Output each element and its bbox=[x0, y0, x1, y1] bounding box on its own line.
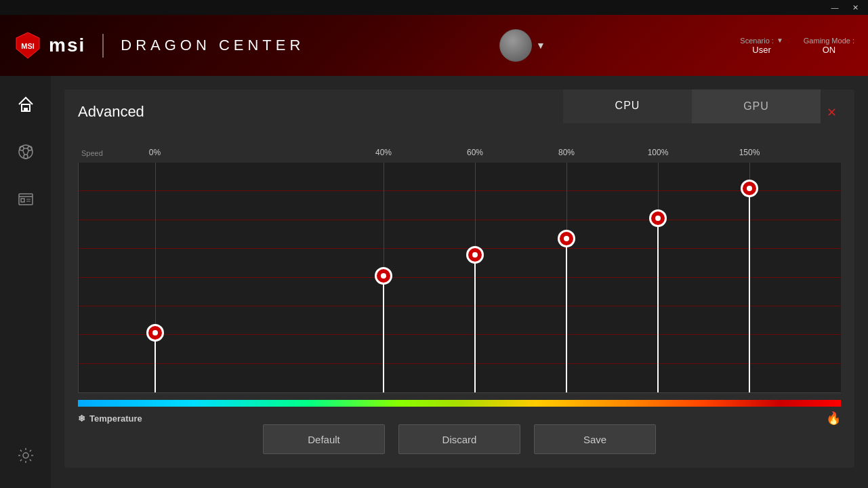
scenario-value: User bbox=[740, 45, 783, 55]
svg-point-16 bbox=[23, 453, 28, 458]
svg-point-7 bbox=[24, 155, 28, 159]
grid-line bbox=[79, 248, 841, 249]
chart-inner: 0%40%60%80%100%150% bbox=[78, 163, 841, 393]
window-close-button[interactable]: ✕ bbox=[845, 0, 865, 15]
gaming-mode-value: ON bbox=[804, 45, 854, 55]
data-point-stem bbox=[383, 285, 384, 392]
header-center: ▼ bbox=[304, 29, 740, 62]
fan-chart[interactable]: Speed 0%40%60%80%100%150% bbox=[78, 163, 841, 393]
settings-icon bbox=[17, 447, 35, 468]
home-icon bbox=[17, 96, 35, 117]
column-label: 80% bbox=[558, 148, 575, 157]
data-point-circle[interactable] bbox=[558, 230, 575, 247]
temperature-gradient-bar bbox=[78, 400, 841, 407]
grid-line bbox=[79, 277, 841, 278]
svg-text:MSI: MSI bbox=[21, 42, 35, 50]
msi-logo-icon: MSI bbox=[14, 31, 42, 60]
speed-label: Speed bbox=[81, 149, 103, 157]
product-name: DRAGON CENTER bbox=[121, 37, 304, 54]
data-point[interactable] bbox=[558, 230, 575, 247]
flame-icon: 🔥 bbox=[826, 411, 841, 426]
header-separator bbox=[102, 34, 104, 58]
header-right: Scenario : ▼ User Gaming Mode : ON bbox=[740, 37, 854, 55]
minimize-button[interactable]: — bbox=[825, 0, 845, 15]
sidebar-item-network[interactable] bbox=[9, 137, 43, 171]
discard-button[interactable]: Discard bbox=[398, 424, 520, 454]
logo-area: MSI msi DRAGON CENTER bbox=[14, 31, 304, 60]
gaming-mode-label: Gaming Mode : bbox=[804, 37, 854, 45]
data-point[interactable] bbox=[741, 180, 758, 197]
advanced-panel: CPU GPU Advanced ✕ Speed 0%40%60%80%100%… bbox=[64, 89, 854, 468]
sidebar-item-settings[interactable] bbox=[9, 441, 43, 474]
default-button[interactable]: Default bbox=[263, 424, 385, 454]
tabs-area: CPU GPU bbox=[563, 89, 821, 123]
column-label: 0% bbox=[149, 148, 161, 157]
grid-line bbox=[79, 306, 841, 306]
tools-icon bbox=[17, 190, 35, 212]
data-point-circle[interactable] bbox=[375, 267, 392, 285]
scenario-label: Scenario : bbox=[740, 37, 774, 45]
data-point-stem bbox=[474, 264, 476, 392]
network-icon bbox=[17, 143, 35, 165]
data-point-stem bbox=[566, 247, 567, 392]
column-label: 100% bbox=[648, 148, 669, 157]
data-point-stem bbox=[657, 227, 659, 392]
data-point-stem bbox=[749, 197, 750, 392]
avatar-area[interactable]: ▼ bbox=[499, 29, 545, 62]
sidebar-item-tools[interactable] bbox=[9, 184, 43, 218]
svg-rect-3 bbox=[24, 108, 28, 111]
avatar bbox=[499, 29, 532, 62]
grid-line bbox=[79, 363, 841, 364]
grid-line bbox=[79, 190, 841, 191]
main-content: CPU GPU Advanced ✕ Speed 0%40%60%80%100%… bbox=[51, 76, 868, 488]
save-button[interactable]: Save bbox=[534, 424, 656, 454]
sidebar bbox=[0, 76, 51, 488]
data-point-circle[interactable] bbox=[649, 209, 667, 227]
data-point-stem bbox=[154, 342, 156, 392]
column-label: 40% bbox=[375, 148, 392, 157]
temperature-bar-container: ❄ Temperature 🔥 bbox=[78, 400, 841, 426]
temperature-labels: ❄ Temperature 🔥 bbox=[78, 411, 841, 426]
gaming-mode-area: Gaming Mode : ON bbox=[804, 37, 854, 55]
grid-line bbox=[79, 220, 841, 220]
tab-gpu[interactable]: GPU bbox=[692, 89, 821, 123]
data-point[interactable] bbox=[146, 324, 164, 342]
grid-line bbox=[79, 334, 841, 335]
brand-name: msi bbox=[49, 35, 85, 56]
header: MSI msi DRAGON CENTER ▼ Scenario : ▼ Use… bbox=[0, 15, 868, 76]
svg-point-4 bbox=[19, 145, 33, 159]
close-panel-button[interactable]: ✕ bbox=[822, 103, 841, 122]
data-point-circle[interactable] bbox=[741, 180, 758, 197]
data-point-circle[interactable] bbox=[466, 246, 484, 264]
svg-line-9 bbox=[22, 150, 24, 155]
scenario-selector[interactable]: Scenario : ▼ User bbox=[740, 37, 783, 55]
sidebar-item-home[interactable] bbox=[9, 89, 43, 123]
data-point[interactable] bbox=[375, 267, 392, 285]
snowflake-icon: ❄ bbox=[78, 413, 85, 424]
column-label: 60% bbox=[467, 148, 483, 157]
data-point-circle[interactable] bbox=[146, 324, 164, 342]
data-point[interactable] bbox=[649, 209, 667, 227]
title-bar: — ✕ bbox=[0, 0, 868, 15]
temperature-label: ❄ Temperature bbox=[78, 413, 142, 424]
column-label: 150% bbox=[739, 148, 760, 157]
avatar-chevron-icon: ▼ bbox=[536, 40, 545, 51]
svg-line-10 bbox=[27, 150, 29, 155]
svg-rect-13 bbox=[21, 199, 24, 202]
tab-cpu[interactable]: CPU bbox=[563, 89, 692, 123]
data-point[interactable] bbox=[466, 246, 484, 264]
scenario-dropdown-icon: ▼ bbox=[777, 37, 783, 44]
bottom-buttons: Default Discard Save bbox=[64, 424, 854, 454]
